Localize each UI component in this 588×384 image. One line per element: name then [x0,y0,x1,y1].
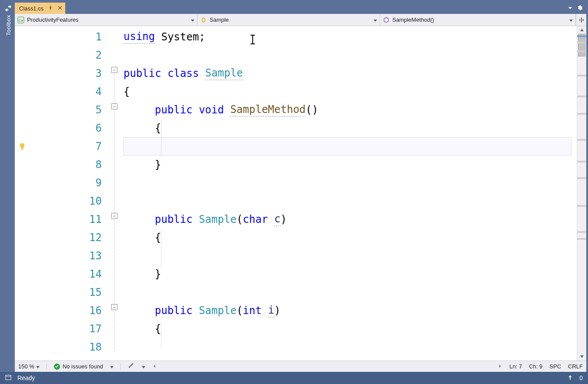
svg-text:C#: C# [19,18,23,23]
collapse-toggle[interactable]: − [111,103,117,109]
code-editor[interactable]: 1 2 3 4 5 6 7 8 9 10 11 12 13 14 15 16 1 [15,26,586,361]
code-token: void [199,104,224,116]
line-number: 8 [30,159,110,171]
collapse-toggle[interactable]: − [111,213,117,219]
code-token: public [155,213,193,225]
code-token: public [155,305,193,317]
line-number: 15 [30,286,110,298]
settings-icon[interactable] [577,5,583,12]
char-value: 9 [539,363,542,370]
scroll-right-arrow-icon[interactable] [498,363,502,370]
line-number: 12 [30,232,110,244]
line-number: 10 [30,195,110,207]
line-number: 3 [30,67,110,79]
split-window-button[interactable] [576,14,586,26]
code-token: System [161,31,199,43]
chevron-down-icon [36,363,40,370]
code-token: SampleMethod [230,103,305,117]
editor-info-bar: 150 % No issues found Ln: 7 C [15,361,586,372]
nav-member-dropdown[interactable]: SampleMethod() [380,14,576,26]
line-number: 5 [30,104,110,116]
line-number: 16 [30,305,110,317]
file-tab-label: Class1.cs [19,5,43,12]
notification-count[interactable]: 0 [579,374,583,381]
char-label: Ch: [529,363,538,370]
line-value: 7 [519,363,522,370]
outline-margin: − − − − [110,26,124,361]
line-label: Ln: [509,363,517,370]
toolbox-icon [4,4,12,12]
nav-project-dropdown[interactable]: C# ProductivityFeatures [15,14,197,26]
toolbox-label: Toolbox [5,15,12,36]
clear-icon[interactable] [128,362,135,371]
text-caret-ibeam [252,35,253,44]
lightbulb-icon[interactable] [15,142,30,150]
nav-project-label: ProductivityFeatures [27,17,79,23]
chevron-down-icon [191,17,194,23]
line-number: 6 [30,122,110,134]
line-number: 11 [30,213,110,225]
vertical-scrollbar[interactable] [577,26,586,361]
scroll-left-arrow-icon[interactable] [152,363,157,370]
code-token: class [167,67,199,79]
code-token: i [268,304,274,318]
line-number: 7 [30,140,110,152]
csharp-project-icon: C# [17,17,24,23]
line-number: 9 [30,177,110,189]
class-icon [200,17,207,23]
line-ending-mode[interactable]: CRLF [568,363,583,370]
chevron-down-icon[interactable] [110,363,114,370]
status-text: Ready [17,374,35,381]
code-text-area[interactable]: using System; public class Sample { publ… [124,26,577,361]
line-number: 13 [30,250,110,262]
zoom-dropdown[interactable]: 150 % [18,363,40,370]
nav-type-dropdown[interactable]: Sample [197,14,380,26]
file-tab-class1[interactable]: Class1.cs [15,3,65,14]
code-token: int [243,305,261,317]
line-number: 1 [30,31,110,43]
line-number: 17 [30,323,110,335]
line-number: 18 [30,341,110,353]
svg-rect-3 [6,375,11,380]
chevron-down-icon [569,17,573,23]
code-token: public [124,67,161,79]
document-tabs: Class1.cs [15,2,586,14]
issues-text: No issues found [63,363,103,370]
code-token: Sample [199,213,237,225]
status-bar: Ready 0 [0,372,588,384]
nav-type-label: Sample [210,17,229,23]
code-token: public [155,104,193,116]
tab-overflow-icon[interactable] [567,5,573,12]
scroll-down-arrow-icon[interactable] [577,353,587,361]
close-tab-icon[interactable] [57,5,63,12]
collapse-toggle[interactable]: − [111,304,117,310]
chevron-down-icon[interactable] [142,363,145,370]
code-token: using [124,30,155,44]
scroll-up-arrow-icon[interactable] [577,26,587,34]
code-token: Sample [199,305,237,317]
code-token: c [274,213,281,226]
nav-member-label: SampleMethod() [392,17,434,23]
check-circle-icon [54,364,60,370]
gutter: 1 2 3 4 5 6 7 8 9 10 11 12 13 14 15 16 1 [15,26,110,361]
navigation-bar: C# ProductivityFeatures Sample SampleMet… [15,14,586,26]
toolbox-tab[interactable]: Toolbox [2,2,15,372]
svg-rect-2 [21,149,23,150]
method-icon [383,17,390,23]
line-number: 14 [30,268,110,280]
code-token: Sample [205,67,243,80]
line-number: 4 [30,86,110,98]
code-token: char [243,213,268,225]
collapse-toggle[interactable]: − [111,67,117,73]
horizontal-scrollbar[interactable] [152,363,502,370]
issues-indicator[interactable]: No issues found [54,363,103,370]
chevron-down-icon [374,17,377,23]
indent-mode[interactable]: SPC [549,363,561,370]
line-number: 2 [30,49,110,61]
scrollbar-thumb[interactable] [578,34,585,56]
window-icon [5,374,11,382]
upload-icon[interactable] [567,374,573,382]
pin-icon[interactable] [48,5,53,12]
zoom-value: 150 % [18,363,34,370]
